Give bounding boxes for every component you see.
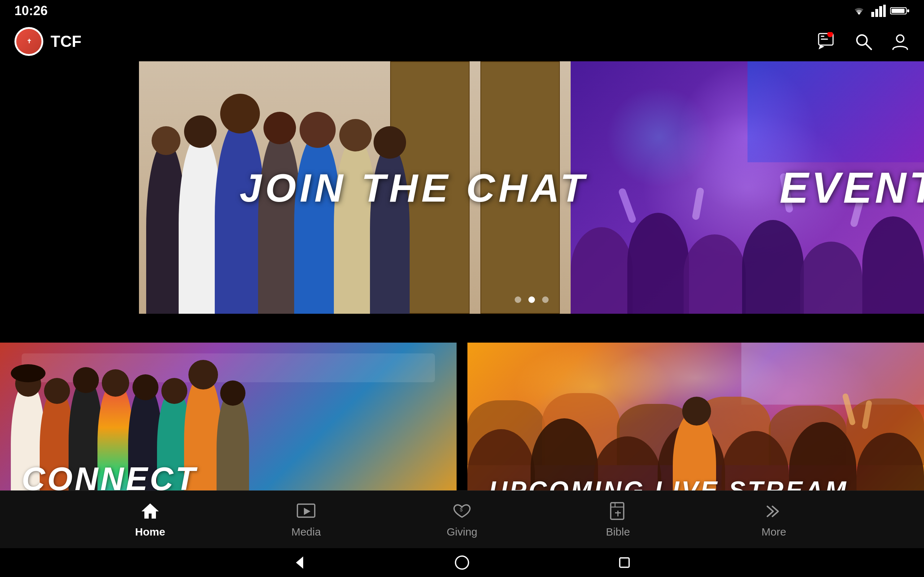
- svg-rect-25: [620, 558, 629, 567]
- battery-icon: [890, 6, 909, 16]
- app-logo: ✝: [15, 27, 43, 56]
- app-title: TCF: [50, 32, 817, 50]
- chat-icon-button[interactable]: [817, 32, 836, 51]
- nav-item-more[interactable]: More: [738, 501, 810, 538]
- svg-point-24: [456, 556, 468, 569]
- search-icon: [854, 32, 873, 51]
- home-nav-label: Home: [135, 526, 165, 538]
- svg-marker-16: [304, 508, 310, 515]
- system-nav: [0, 548, 924, 577]
- media-nav-icon: [296, 501, 316, 521]
- app-logo-inner: ✝: [16, 29, 42, 54]
- svg-rect-18: [611, 503, 624, 519]
- recents-button[interactable]: [615, 554, 633, 572]
- more-nav-icon: [764, 501, 784, 521]
- svg-rect-7: [907, 10, 909, 12]
- carousel-dot-2[interactable]: [528, 297, 535, 303]
- media-nav-label: Media: [291, 526, 321, 538]
- svg-rect-1: [875, 9, 878, 17]
- nav-item-bible[interactable]: Bible: [582, 501, 654, 538]
- app-bar-actions: [817, 32, 909, 51]
- main-content: JOIN THE CHAT EVENT: [0, 61, 924, 519]
- bible-nav-icon: [608, 501, 628, 521]
- carousel-dots: [139, 297, 924, 303]
- hero-join-chat-text: JOIN THE CHAT: [240, 165, 588, 211]
- profile-icon-button[interactable]: [891, 32, 909, 51]
- home-button[interactable]: [453, 554, 471, 572]
- status-icons: [851, 5, 909, 17]
- home-nav-icon: [140, 501, 160, 521]
- svg-point-11: [827, 32, 833, 37]
- svg-rect-6: [892, 9, 905, 13]
- app-bar: ✝ TCF: [0, 22, 924, 61]
- status-bar: 10:26: [0, 0, 924, 22]
- svg-rect-0: [871, 12, 874, 17]
- search-icon-button[interactable]: [854, 32, 873, 51]
- giving-nav-label: Giving: [446, 526, 477, 538]
- nav-item-home[interactable]: Home: [114, 501, 186, 538]
- svg-rect-2: [879, 6, 882, 17]
- svg-rect-10: [821, 39, 828, 40]
- hero-scene: JOIN THE CHAT EVENT: [139, 61, 924, 314]
- app-logo-text: ✝: [27, 39, 31, 44]
- svg-point-14: [897, 35, 904, 42]
- chat-icon: [817, 32, 836, 51]
- bottom-nav: Home Media $ Giving: [0, 490, 924, 548]
- svg-text:$: $: [460, 507, 463, 513]
- carousel-dot-1[interactable]: [515, 297, 521, 303]
- svg-line-13: [866, 44, 871, 49]
- svg-rect-3: [883, 5, 886, 17]
- nav-item-media[interactable]: Media: [270, 501, 342, 538]
- svg-rect-9: [821, 36, 824, 37]
- nav-item-giving[interactable]: $ Giving: [426, 501, 498, 538]
- status-time: 10:26: [15, 3, 48, 18]
- more-nav-label: More: [762, 526, 786, 538]
- back-button[interactable]: [291, 554, 309, 572]
- svg-marker-23: [296, 556, 303, 569]
- hero-event-text: EVENT: [780, 163, 924, 213]
- profile-icon: [891, 32, 909, 51]
- hero-carousel[interactable]: JOIN THE CHAT EVENT: [139, 61, 924, 314]
- signal-icon: [871, 5, 886, 17]
- carousel-dot-3[interactable]: [542, 297, 549, 303]
- giving-nav-icon: $: [452, 501, 472, 521]
- bible-nav-label: Bible: [606, 526, 630, 538]
- wifi-icon: [851, 5, 867, 17]
